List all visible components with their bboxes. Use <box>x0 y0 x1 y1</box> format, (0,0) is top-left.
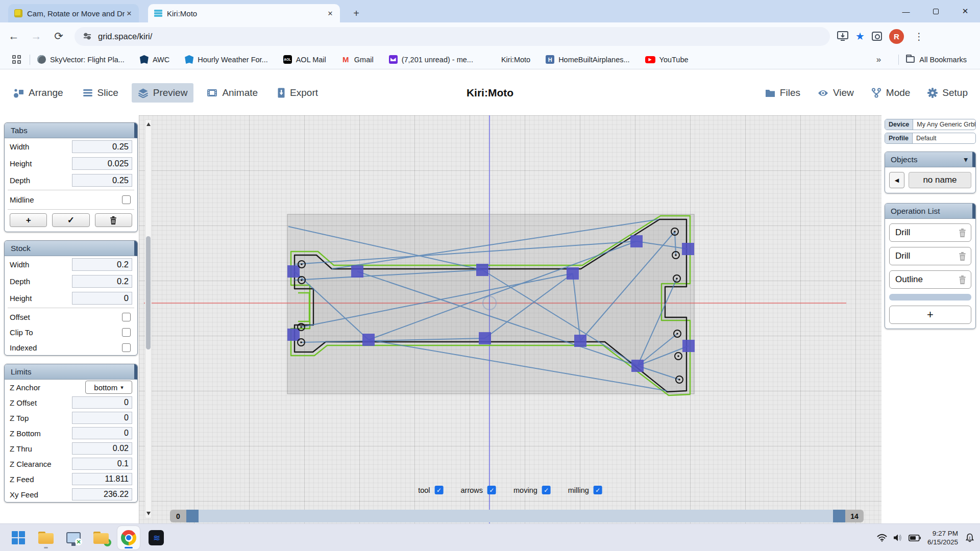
stock-height-input[interactable]: 0 <box>72 292 132 305</box>
scroll-down-icon[interactable] <box>146 512 151 515</box>
stock-depth-input[interactable]: 0.2 <box>72 275 132 288</box>
tab-close-icon[interactable]: ✕ <box>125 9 134 18</box>
collapse-left-icon[interactable]: ◀ <box>889 172 904 188</box>
reload-icon[interactable]: ⟳ <box>50 28 67 45</box>
maximize-button[interactable] <box>921 0 950 22</box>
trash-icon[interactable] <box>959 252 966 261</box>
menu-preview[interactable]: Preview <box>132 83 194 103</box>
zfeed-input[interactable]: 11.811 <box>72 473 132 485</box>
bookmark-homebuiltairplanes[interactable]: H HomeBuiltAirplanes... <box>546 55 629 64</box>
toggle-tool[interactable]: tool ✓ <box>418 486 443 494</box>
menu-mode[interactable]: Mode <box>865 83 917 103</box>
menu-view[interactable]: View <box>812 83 860 103</box>
delete-tabs-button[interactable] <box>95 213 132 227</box>
back-icon[interactable]: ← <box>5 28 22 45</box>
forward-icon[interactable]: → <box>28 28 45 45</box>
slider-start-handle[interactable] <box>186 510 199 522</box>
minimize-button[interactable]: — <box>891 0 921 22</box>
tabs-group-header[interactable]: Tabs <box>5 123 137 138</box>
menu-arrange[interactable]: Arrange <box>7 83 69 103</box>
indexed-checkbox[interactable] <box>122 343 131 352</box>
checkbox-checked-icon[interactable]: ✓ <box>487 486 496 494</box>
operation-list-header[interactable]: Operation List <box>885 204 975 219</box>
taskbar-clock[interactable]: 9:27 PM 6/15/2025 <box>927 529 958 546</box>
file-explorer-button[interactable] <box>35 526 57 549</box>
device-row[interactable]: Device My Any Generic Grbl <box>885 119 976 130</box>
objects-header[interactable]: Objects ▾ <box>885 152 975 167</box>
trash-icon[interactable] <box>959 229 966 237</box>
x-server-app-button[interactable]: ✕ <box>62 526 85 549</box>
profile-row[interactable]: Profile Default <box>885 133 976 144</box>
checkbox-checked-icon[interactable]: ✓ <box>542 486 551 494</box>
xyfeed-input[interactable]: 236.22 <box>72 488 132 500</box>
wifi-icon[interactable] <box>877 534 887 542</box>
new-tab-button[interactable]: + <box>349 6 363 20</box>
operation-drill-1[interactable]: Drill <box>889 223 971 242</box>
add-tab-button[interactable]: + <box>10 213 47 227</box>
chrome-button[interactable] <box>117 526 140 549</box>
bookmark-aol-mail[interactable]: AOL AOL Mail <box>283 55 326 64</box>
menu-slice[interactable]: Slice <box>77 83 125 103</box>
speaker-icon[interactable] <box>893 534 903 542</box>
toggle-moving[interactable]: moving ✓ <box>513 486 551 494</box>
bookmark-gmail[interactable]: M Gmail <box>341 55 374 64</box>
notification-bell-icon[interactable]: z <box>965 533 975 543</box>
side-panel-icon[interactable] <box>872 32 882 41</box>
stock-group-header[interactable]: Stock <box>5 241 137 256</box>
menu-setup[interactable]: Setup <box>921 83 974 103</box>
midline-checkbox[interactable] <box>122 195 131 204</box>
cam-preview-canvas[interactable]: tool ✓ arrows ✓ moving ✓ milling ✓ 0 <box>139 115 881 523</box>
toggle-arrows[interactable]: arrows ✓ <box>461 486 497 494</box>
bookmark-unread-mail[interactable]: (7,201 unread) - me... <box>389 55 473 64</box>
toggle-milling[interactable]: milling ✓ <box>568 486 602 494</box>
tune-icon[interactable] <box>83 32 92 41</box>
bookmark-skyvector[interactable]: SkyVector: Flight Pla... <box>37 55 125 64</box>
bookmarks-overflow-icon[interactable]: » <box>876 55 881 65</box>
bookmark-hourly-weather[interactable]: Hourly Weather For... <box>185 55 268 64</box>
zthru-input[interactable]: 0.02 <box>72 442 132 455</box>
tabs-height-input[interactable]: 0.025 <box>72 157 132 170</box>
object-name-button[interactable]: no name <box>909 172 971 188</box>
start-button[interactable] <box>7 526 30 549</box>
zbottom-input[interactable]: 0 <box>72 427 132 439</box>
offset-checkbox[interactable] <box>122 313 131 321</box>
tab-close-icon[interactable]: ✕ <box>326 9 335 18</box>
left-panel-scrollbar[interactable] <box>145 119 152 518</box>
scrollbar-thumb[interactable] <box>146 236 151 349</box>
limits-group-header[interactable]: Limits <box>5 364 137 380</box>
cnc-app-button[interactable]: ≋ <box>145 526 167 549</box>
tabs-width-input[interactable]: 0.25 <box>72 140 132 153</box>
confirm-tabs-button[interactable]: ✓ <box>52 213 89 227</box>
checkbox-checked-icon[interactable]: ✓ <box>435 486 444 494</box>
tabs-depth-input[interactable]: 0.25 <box>72 174 132 187</box>
slider-end-handle[interactable] <box>833 510 845 522</box>
stock-width-input[interactable]: 0.2 <box>72 258 132 271</box>
add-operation-button[interactable]: + <box>889 306 971 324</box>
trash-icon[interactable] <box>959 276 966 284</box>
bookmark-kirimoto[interactable]: Kiri:Moto <box>488 55 530 64</box>
bookmark-awc[interactable]: AWC <box>140 55 169 64</box>
zoffset-input[interactable]: 0 <box>72 396 132 409</box>
menu-animate[interactable]: Animate <box>201 83 264 103</box>
slider-track[interactable] <box>199 510 833 522</box>
ztop-input[interactable]: 0 <box>72 412 132 424</box>
scroll-up-icon[interactable] <box>146 122 151 126</box>
tab-cam-rotate[interactable]: Cam, Rotate or Move and Drilli ✕ <box>8 4 139 22</box>
profile-avatar[interactable]: R <box>889 29 904 44</box>
url-text[interactable]: grid.space/kiri/ <box>98 32 152 41</box>
browser-menu-icon[interactable]: ⋮ <box>911 31 927 42</box>
operation-drill-2[interactable]: Drill <box>889 247 971 265</box>
tab-kirimoto[interactable]: Kiri:Moto ✕ <box>148 4 340 22</box>
bookmark-youtube[interactable]: ▶ YouTube <box>645 56 689 64</box>
zanchor-select[interactable]: bottom ▾ <box>85 381 132 394</box>
url-bar[interactable]: grid.space/kiri/ <box>75 27 830 46</box>
zclearance-input[interactable]: 0.1 <box>72 458 132 470</box>
menu-export[interactable]: Export <box>271 83 324 103</box>
bookmark-star-icon[interactable]: ★ <box>855 30 865 42</box>
apps-grid-icon[interactable] <box>12 55 21 64</box>
menu-files[interactable]: Files <box>759 83 806 103</box>
checkbox-checked-icon[interactable]: ✓ <box>594 486 602 494</box>
clipto-checkbox[interactable] <box>122 328 131 337</box>
operation-outline[interactable]: Outline <box>889 270 971 289</box>
all-bookmarks-button[interactable]: All Bookmarks <box>919 56 967 64</box>
